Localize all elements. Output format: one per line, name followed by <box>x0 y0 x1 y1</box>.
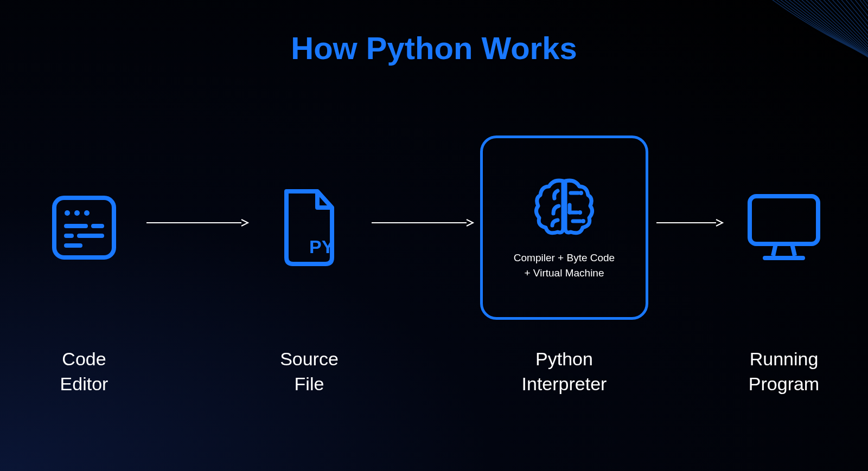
step-code-editor: Code Editor <box>24 136 144 397</box>
file-py-icon: PY <box>277 187 342 268</box>
step-running-program: Running Program <box>724 136 844 397</box>
step-source-file: PY Source File <box>250 136 369 397</box>
svg-rect-6 <box>91 224 104 228</box>
arrow-1 <box>144 217 250 228</box>
svg-point-18 <box>581 219 585 223</box>
svg-rect-7 <box>64 234 74 238</box>
flow-row: Code Editor PY Source File <box>0 136 868 397</box>
interpreter-subtext: Compiler + Byte Code + Virtual Machine <box>514 250 615 281</box>
step-label-code-editor: Code Editor <box>60 347 108 397</box>
svg-rect-20 <box>750 196 818 244</box>
svg-point-2 <box>65 210 70 216</box>
editor-icon <box>49 192 119 263</box>
step-label-python-interpreter: Python Interpreter <box>522 347 607 397</box>
arrow-2 <box>369 217 475 228</box>
svg-point-13 <box>579 191 583 195</box>
svg-point-3 <box>74 210 80 216</box>
svg-rect-9 <box>64 243 82 248</box>
svg-rect-8 <box>77 234 104 238</box>
interpreter-box: Compiler + Byte Code + Virtual Machine <box>480 136 648 320</box>
svg-point-4 <box>84 210 90 216</box>
step-label-running-program: Running Program <box>749 347 819 397</box>
arrow-3 <box>654 217 724 228</box>
svg-rect-5 <box>64 224 88 228</box>
step-python-interpreter: Compiler + Byte Code + Virtual Machine P… <box>475 136 654 397</box>
diagram-title: How Python Works <box>0 0 868 66</box>
file-badge-text: PY <box>309 236 334 257</box>
step-label-source-file: Source File <box>280 347 339 397</box>
monitor-icon <box>743 190 825 266</box>
brain-icon <box>532 175 597 240</box>
svg-point-16 <box>578 210 582 215</box>
